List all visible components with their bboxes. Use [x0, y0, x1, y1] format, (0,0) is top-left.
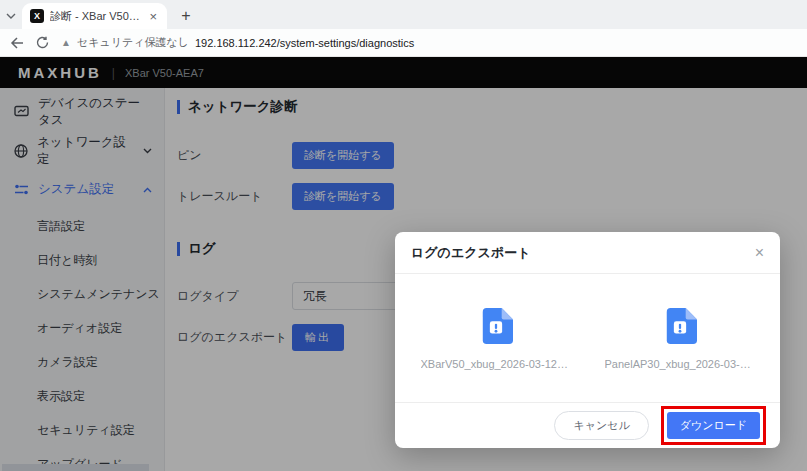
browser-chrome: X 診断 - XBar V50-AEA7 × + ▲ セキュリティ保護なし 19…	[0, 0, 807, 57]
tab-search-chevron-icon[interactable]	[0, 3, 22, 29]
zip-file-icon	[663, 306, 697, 346]
address-field[interactable]: ▲ セキュリティ保護なし 192.168.112.242/system-sett…	[61, 35, 414, 50]
log-file-tile[interactable]: PanelAP30_xbug_2026-03-12_1...	[605, 306, 755, 370]
dialog-header: ログのエクスポート ×	[395, 232, 780, 274]
log-export-dialog: ログのエクスポート × XBarV50_xbug_2026-03-12_13-.…	[395, 232, 780, 448]
reload-icon[interactable]	[36, 36, 49, 49]
dialog-title: ログのエクスポート	[411, 244, 530, 262]
dialog-close-icon[interactable]: ×	[755, 245, 764, 261]
download-button[interactable]: ダウンロード	[667, 412, 760, 439]
tab-title: 診断 - XBar V50-AEA7	[50, 9, 141, 24]
url-bar: ▲ セキュリティ保護なし 192.168.112.242/system-sett…	[0, 29, 807, 57]
zip-file-icon	[479, 306, 513, 346]
dialog-footer: キャンセル ダウンロード	[395, 402, 780, 448]
annotation-highlight-box: ダウンロード	[661, 406, 766, 445]
tab-strip: X 診断 - XBar V50-AEA7 × +	[0, 0, 807, 29]
log-file-name: PanelAP30_xbug_2026-03-12_1...	[605, 358, 755, 370]
not-secure-warning-icon: ▲	[61, 38, 71, 48]
page-url: 192.168.112.242/system-settings/diagnost…	[195, 37, 414, 49]
tab-close-icon[interactable]: ×	[147, 9, 159, 24]
security-label: セキュリティ保護なし	[77, 35, 189, 50]
back-icon[interactable]	[10, 37, 24, 49]
favicon: X	[30, 9, 44, 23]
cancel-button[interactable]: キャンセル	[554, 411, 648, 440]
dialog-body: XBarV50_xbug_2026-03-12_13-... PanelAP30…	[395, 274, 780, 402]
app-window: MAXHUB | XBar V50-AEA7 デバイスのステータス ネットワーク…	[0, 57, 807, 471]
new-tab-button[interactable]: +	[173, 3, 199, 29]
log-file-tile[interactable]: XBarV50_xbug_2026-03-12_13-...	[421, 306, 571, 370]
log-file-name: XBarV50_xbug_2026-03-12_13-...	[421, 358, 571, 370]
browser-tab[interactable]: X 診断 - XBar V50-AEA7 ×	[22, 3, 167, 29]
